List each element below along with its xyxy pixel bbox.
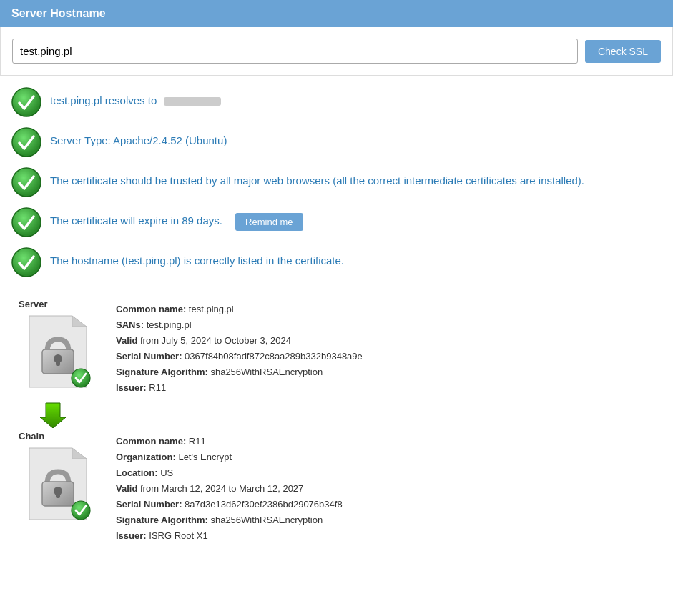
svg-point-0 xyxy=(12,88,41,116)
check-item-resolve: test.ping.pl resolves to xyxy=(11,87,662,117)
check-text-hostname: The hostname (test.ping.pl) is correctly… xyxy=(50,247,344,268)
svg-point-4 xyxy=(12,248,41,277)
server-cert-serial: Serial Number: 0367f84b08fadf872c8aa289b… xyxy=(116,349,363,364)
check-item-expiry: The certificate will expire in 89 days. … xyxy=(11,207,662,237)
check-icon-expiry xyxy=(11,207,41,237)
svg-point-17 xyxy=(72,501,90,520)
server-cert-lock xyxy=(22,312,94,391)
chain-cert-lock xyxy=(22,444,94,523)
chain-cert-issuer: Issuer: ISRG Root X1 xyxy=(116,528,343,544)
check-text-server-type: Server Type: Apache/2.4.52 (Ubuntu) xyxy=(50,127,227,148)
check-item-hostname: The hostname (test.ping.pl) is correctly… xyxy=(11,247,662,277)
check-item-server-type: Server Type: Apache/2.4.52 (Ubuntu) xyxy=(11,127,662,157)
chain-cert-valid: Valid from March 12, 2024 to March 12, 2… xyxy=(116,481,343,497)
svg-point-10 xyxy=(72,369,90,387)
svg-marker-11 xyxy=(40,403,66,428)
chain-cert-common-name: Common name: R11 xyxy=(116,434,343,449)
chain-cert-icon-wrap: Chain xyxy=(11,431,104,523)
server-cert-check-badge xyxy=(71,368,91,388)
header-bar: Server Hostname xyxy=(0,0,673,27)
header-title: Server Hostname xyxy=(11,7,106,19)
check-icon-resolve xyxy=(11,87,41,117)
chain-cert-card: Chain xyxy=(11,431,662,545)
check-ssl-button[interactable]: Check SSL xyxy=(585,40,661,63)
hostname-input[interactable]: test.ping.pl xyxy=(12,39,578,64)
results-section: test.ping.pl resolves to Server Type: Ap… xyxy=(0,76,673,299)
server-cert-details: Common name: test.ping.pl SANs: test.pin… xyxy=(116,299,363,397)
chain-cert-details: Common name: R11 Organization: Let's Enc… xyxy=(116,431,343,545)
server-cert-label: Server xyxy=(19,299,47,309)
chain-cert-serial: Serial Number: 8a7d3e13d62f30ef2386bd290… xyxy=(116,497,343,512)
chain-cert-location: Location: US xyxy=(116,465,343,481)
server-cert-valid: Valid from July 5, 2024 to October 3, 20… xyxy=(116,333,363,349)
server-cert-card: Server xyxy=(11,299,662,397)
chain-cert-sig-algo: Signature Algorithm: sha256WithRSAEncryp… xyxy=(116,512,343,528)
check-icon-hostname xyxy=(11,247,41,277)
search-section: test.ping.pl Check SSL xyxy=(0,27,673,76)
chain-arrow xyxy=(11,399,662,428)
check-item-trusted: The certificate should be trusted by all… xyxy=(11,167,662,197)
server-cert-sig-algo: Signature Algorithm: sha256WithRSAEncryp… xyxy=(116,364,363,380)
remind-me-button[interactable]: Remind me xyxy=(235,213,303,231)
svg-marker-6 xyxy=(72,316,87,327)
svg-rect-9 xyxy=(56,359,60,366)
server-cert-icon-wrap: Server xyxy=(11,299,104,391)
svg-marker-13 xyxy=(72,448,87,459)
chain-cert-org: Organization: Let's Encrypt xyxy=(116,449,343,465)
server-cert-sans: SANs: test.ping.pl xyxy=(116,317,363,333)
chain-cert-label: Chain xyxy=(19,431,44,442)
chain-cert-check-badge xyxy=(71,500,91,520)
svg-point-1 xyxy=(12,128,41,157)
svg-point-2 xyxy=(12,168,41,197)
check-text-trusted: The certificate should be trusted by all… xyxy=(50,167,584,188)
check-text-resolve: test.ping.pl resolves to xyxy=(50,87,221,108)
server-cert-issuer: Issuer: R11 xyxy=(116,380,363,396)
cert-chain-area: Server xyxy=(0,299,673,558)
svg-rect-16 xyxy=(56,491,60,498)
svg-point-3 xyxy=(12,208,41,237)
server-cert-common-name: Common name: test.ping.pl xyxy=(116,302,363,317)
check-icon-server-type xyxy=(11,127,41,157)
check-icon-trusted xyxy=(11,167,41,197)
check-text-expiry: The certificate will expire in 89 days. … xyxy=(50,207,303,231)
